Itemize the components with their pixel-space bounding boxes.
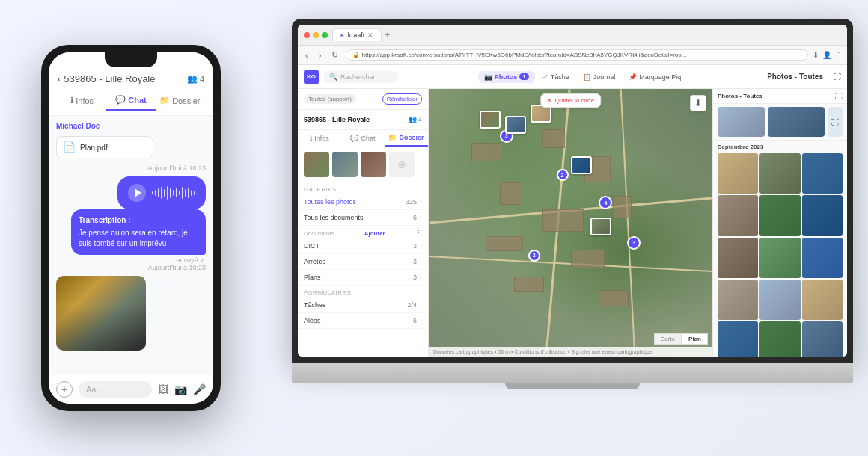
voice-message-bubble[interactable] xyxy=(117,176,206,209)
nav-tab-marquage[interactable]: 📌 Marquage Piq xyxy=(623,71,687,83)
tab-infos[interactable]: ℹ Infos xyxy=(58,90,106,111)
photo-cell-12[interactable] xyxy=(802,280,843,320)
folder-panel: Toutes (support) Réinitialiser 539865 - … xyxy=(298,89,429,357)
project-users-mini: 👥 4 xyxy=(409,116,422,123)
profile-icon[interactable]: 👤 xyxy=(822,51,831,59)
map-cluster-2[interactable]: 2 xyxy=(557,169,569,181)
search-box[interactable]: 🔍 Rechercher xyxy=(323,71,398,83)
mini-tab-infos[interactable]: ℹ Infos xyxy=(298,130,341,147)
folder-row-all-photos[interactable]: Toutes les photos 325 › xyxy=(298,194,428,210)
nav-tab-tache[interactable]: ✓ Tâche xyxy=(537,71,575,83)
map-photo-pin-1[interactable] xyxy=(480,111,501,129)
close-tab-button[interactable]: ✕ xyxy=(367,31,373,39)
add-photo-thumb[interactable]: ⊕ xyxy=(389,152,415,177)
plans-label: Plans xyxy=(304,274,321,281)
forward-button[interactable]: › xyxy=(316,49,325,61)
message-input[interactable]: Aa... xyxy=(79,381,152,398)
photo-cell-14[interactable] xyxy=(760,321,800,357)
photo-cell-5[interactable] xyxy=(760,195,800,235)
top-photo-1[interactable] xyxy=(718,107,765,137)
photo-cell-4[interactable] xyxy=(718,195,758,235)
mini-tab-chat[interactable]: 💬 Chat xyxy=(341,130,385,147)
quit-map-button[interactable]: ✕ Quitter la carte xyxy=(540,93,601,108)
play-button[interactable] xyxy=(128,184,146,202)
phone-back-button[interactable]: ‹ 539865 - Lille Royale xyxy=(58,73,155,84)
browser-tab-area: K kraaft ✕ + xyxy=(332,28,841,41)
photo-cell-6[interactable] xyxy=(802,195,843,235)
map-building xyxy=(500,182,522,205)
tab-dossier[interactable]: 📁 Dossier xyxy=(156,90,204,111)
url-bar[interactable]: 🔒 https://app.kraaft.co/conversations/AT… xyxy=(346,49,808,61)
folder-row-arretes[interactable]: Arrêtés 3 › xyxy=(298,254,428,270)
map-type-switcher: Carte Plan xyxy=(654,333,708,345)
map-type-carte[interactable]: Carte xyxy=(654,333,682,345)
nav-tab-photos[interactable]: 📷 Photos 1 xyxy=(478,71,535,83)
all-photos-label: Toutes les photos xyxy=(304,198,356,206)
photo-cell-11[interactable] xyxy=(760,280,800,320)
add-attachment-button[interactable]: + xyxy=(56,381,73,398)
top-photo-2[interactable] xyxy=(768,107,825,137)
camera-icon[interactable]: 📷 xyxy=(174,383,187,395)
photo-cell-7[interactable] xyxy=(718,238,758,278)
chat-timestamp-1: Aujourd'hui à 10:23 xyxy=(56,164,206,172)
folder-row-right-4: 3 › xyxy=(413,258,422,265)
photo-cell-1[interactable] xyxy=(718,153,758,194)
folder-row-all-docs[interactable]: Tous les documents 6 › xyxy=(298,210,428,226)
mini-tab-dossier[interactable]: 📁 Dossier xyxy=(385,130,428,147)
download-icon[interactable]: ⬇ xyxy=(813,51,819,59)
add-document-button[interactable]: Ajouter xyxy=(364,230,385,237)
image-picker-icon[interactable]: 🖼 xyxy=(158,383,168,395)
map-zoom-button[interactable]: ⬇ xyxy=(690,95,706,111)
settings-icon[interactable]: ⋮ xyxy=(835,51,843,59)
photo-cell-9[interactable] xyxy=(802,238,843,278)
photo-cell-10[interactable] xyxy=(718,280,758,320)
photo-cell-3[interactable] xyxy=(802,153,843,194)
microphone-icon[interactable]: 🎤 xyxy=(193,383,206,395)
folder-row-right-2: 6 › xyxy=(413,214,422,221)
all-docs-label: Tous les documents xyxy=(304,214,364,221)
expand-icon[interactable]: ⛶ xyxy=(834,73,841,81)
folder-row-aleas[interactable]: Aléas 6 › xyxy=(298,313,428,329)
map-type-plan[interactable]: Plan xyxy=(682,333,708,345)
arrow-icon-3: › xyxy=(420,242,422,250)
photo-cell-13[interactable] xyxy=(718,321,758,357)
folder-filter-label[interactable]: Toutes (support) xyxy=(304,94,356,104)
folder-row-right-3: 3 › xyxy=(413,242,422,250)
photo-cell-2[interactable] xyxy=(760,153,800,194)
new-tab-button[interactable]: + xyxy=(385,30,390,40)
arrow-icon-5: › xyxy=(420,274,422,281)
photo-thumb-1[interactable] xyxy=(304,152,329,177)
map-photo-pin-4[interactable] xyxy=(571,156,592,174)
refresh-button[interactable]: ↻ xyxy=(328,49,341,61)
maximize-window-button[interactable] xyxy=(322,32,328,38)
map-photo-pin-3[interactable] xyxy=(531,105,551,123)
photo-cell-15[interactable] xyxy=(802,321,843,357)
browser-toolbar: ‹ › ↻ 🔒 https://app.kraaft.co/conversati… xyxy=(298,46,847,65)
folder-row-dict[interactable]: DICT 3 › xyxy=(298,238,428,254)
close-window-button[interactable] xyxy=(304,32,310,38)
map-photo-pin-2[interactable] xyxy=(505,116,526,134)
chat-file-attachment[interactable]: 📄 Plan.pdf xyxy=(56,136,153,158)
back-button[interactable]: ‹ xyxy=(302,49,311,61)
folder-reset-button[interactable]: Réinitialiser xyxy=(382,93,422,105)
photo-thumb-2[interactable] xyxy=(332,152,358,177)
folder-row-plans[interactable]: Plans 3 › xyxy=(298,270,428,286)
tab-chat[interactable]: 💬 Chat xyxy=(106,90,155,111)
photo-cell-8[interactable] xyxy=(760,238,800,278)
minimize-window-button[interactable] xyxy=(313,32,319,38)
chat-image[interactable] xyxy=(56,276,146,351)
photo-thumb-3[interactable] xyxy=(361,152,386,177)
laptop-base xyxy=(292,363,853,383)
map-cluster-4[interactable]: 2 xyxy=(528,250,540,262)
expand-photos-button[interactable]: ⛶ xyxy=(835,92,843,100)
arrow-icon: › xyxy=(420,198,422,206)
more-options-icon[interactable]: ⋮ xyxy=(415,229,422,237)
folder-row-taches[interactable]: Tâches 2/4 › xyxy=(298,298,428,313)
expand-photo-button[interactable]: ⛶ xyxy=(828,107,843,137)
nav-tab-journal[interactable]: 📋 Journal xyxy=(577,71,622,83)
play-icon xyxy=(135,188,141,197)
wave-bar xyxy=(194,191,195,195)
browser-active-tab[interactable]: K kraaft ✕ xyxy=(332,28,382,41)
ko-badge: KO xyxy=(304,70,319,84)
map-photo-pin-5[interactable] xyxy=(590,218,611,235)
